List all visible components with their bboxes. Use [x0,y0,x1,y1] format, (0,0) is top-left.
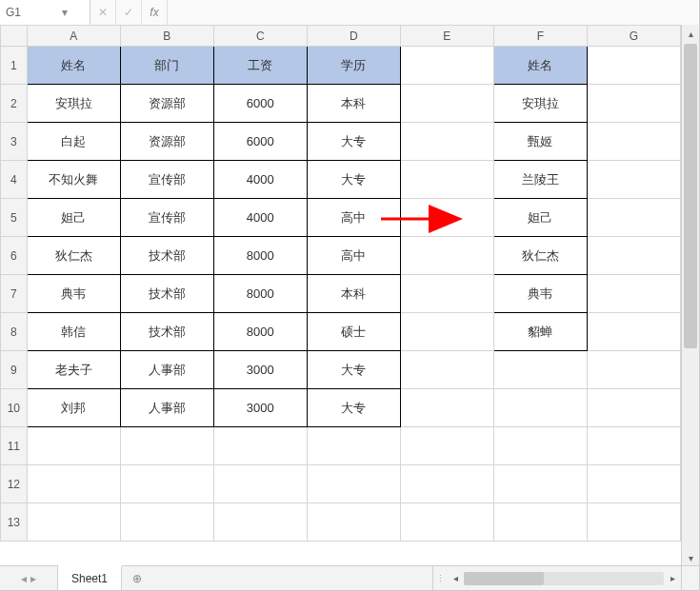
cell[interactable] [120,465,213,503]
cell[interactable] [587,503,680,542]
cell[interactable] [213,427,307,465]
cell[interactable] [587,389,680,427]
col-header[interactable]: C [213,26,307,47]
table-data-cell[interactable]: 技术部 [120,275,213,313]
col-header[interactable]: G [587,26,680,47]
table-data-cell[interactable]: 8000 [213,275,307,313]
col-header[interactable]: A [27,26,120,47]
hscroll-track[interactable] [464,572,664,585]
table-data-cell[interactable]: 白起 [27,123,120,161]
table-data-cell[interactable]: 人事部 [120,351,213,389]
side-list-cell[interactable]: 妲己 [493,199,587,237]
cell[interactable] [120,503,213,542]
select-all-corner[interactable] [1,26,28,47]
horizontal-scrollbar[interactable]: ⋮ ◂ ▸ [432,566,681,590]
cell[interactable] [587,85,680,123]
col-header[interactable]: E [400,26,493,47]
scroll-right-button[interactable]: ▸ [664,573,681,583]
table-data-cell[interactable]: 3000 [213,351,307,389]
cell[interactable] [493,351,587,389]
scroll-left-button[interactable]: ◂ [447,573,464,583]
cell[interactable] [587,465,680,503]
table-data-cell[interactable]: 资源部 [120,85,213,123]
cell[interactable] [307,465,400,503]
scroll-down-button[interactable]: ▾ [682,549,699,566]
table-data-cell[interactable]: 8000 [213,237,307,275]
row-header[interactable]: 6 [1,237,28,275]
table-data-cell[interactable]: 本科 [307,85,400,123]
vscroll-track[interactable] [682,42,699,549]
table-data-cell[interactable]: 3000 [213,389,307,427]
cell[interactable] [400,389,493,427]
cell[interactable] [587,313,680,351]
name-box[interactable]: G1 ▾ [0,0,90,25]
cell[interactable] [587,123,680,161]
row-header[interactable]: 1 [1,47,28,85]
table-data-cell[interactable]: 刘邦 [27,389,120,427]
row-header[interactable]: 5 [1,199,28,237]
table-data-cell[interactable]: 本科 [307,275,400,313]
cell[interactable] [120,427,213,465]
row-header[interactable]: 4 [1,161,28,199]
cell[interactable] [493,427,587,465]
cell[interactable] [587,275,680,313]
row-header[interactable]: 8 [1,313,28,351]
cell[interactable] [493,503,587,542]
cell[interactable] [213,503,307,542]
table-data-cell[interactable]: 8000 [213,313,307,351]
table-data-cell[interactable]: 老夫子 [27,351,120,389]
cell[interactable] [400,503,493,542]
side-list-cell[interactable]: 狄仁杰 [493,237,587,275]
cell[interactable] [587,237,680,275]
table-data-cell[interactable]: 4000 [213,161,307,199]
insert-function-button[interactable]: fx [142,0,168,25]
cell-grid[interactable]: A B C D E F G 1姓名部门工资学历姓名2安琪拉资源部6000本科安琪… [0,25,681,542]
table-data-cell[interactable]: 宣传部 [120,199,213,237]
cell[interactable] [400,85,493,123]
cell[interactable] [400,161,493,199]
side-list-cell[interactable]: 兰陵王 [493,161,587,199]
cell[interactable] [400,313,493,351]
cell[interactable] [27,503,120,542]
table-data-cell[interactable]: 大专 [307,389,400,427]
side-list-cell[interactable]: 甄姬 [493,123,587,161]
row-header[interactable]: 12 [1,465,28,503]
confirm-formula-button[interactable]: ✓ [116,0,142,25]
cell[interactable] [400,351,493,389]
row-header[interactable]: 7 [1,275,28,313]
cancel-formula-button[interactable]: ✕ [90,0,116,25]
table-header-cell[interactable]: 学历 [307,47,400,85]
table-data-cell[interactable]: 技术部 [120,313,213,351]
table-data-cell[interactable]: 安琪拉 [27,85,120,123]
table-data-cell[interactable]: 人事部 [120,389,213,427]
table-data-cell[interactable]: 大专 [307,123,400,161]
sheet-tab-active[interactable]: Sheet1 [58,565,122,590]
cell[interactable] [400,47,493,85]
table-data-cell[interactable]: 技术部 [120,237,213,275]
side-list-cell[interactable]: 安琪拉 [493,85,587,123]
cell[interactable] [400,123,493,161]
table-data-cell[interactable]: 大专 [307,351,400,389]
row-header[interactable]: 13 [1,503,28,542]
side-list-cell[interactable]: 貂蝉 [493,313,587,351]
table-data-cell[interactable]: 韩信 [27,313,120,351]
cell[interactable] [213,465,307,503]
cell[interactable] [493,389,587,427]
col-header[interactable]: B [120,26,213,47]
col-header[interactable]: F [493,26,587,47]
cell[interactable] [400,275,493,313]
table-header-cell[interactable]: 部门 [120,47,213,85]
cell[interactable] [400,199,493,237]
cell[interactable] [587,161,680,199]
cell[interactable] [587,47,680,85]
cell[interactable] [400,465,493,503]
tab-prev-button[interactable]: ◂ [21,572,27,585]
col-header[interactable]: D [307,26,400,47]
table-data-cell[interactable]: 典韦 [27,275,120,313]
name-box-dropdown-icon[interactable]: ▾ [45,6,84,19]
cell[interactable] [587,199,680,237]
scroll-up-button[interactable]: ▴ [682,25,699,42]
table-data-cell[interactable]: 资源部 [120,123,213,161]
table-data-cell[interactable]: 高中 [307,199,400,237]
table-data-cell[interactable]: 6000 [213,123,307,161]
